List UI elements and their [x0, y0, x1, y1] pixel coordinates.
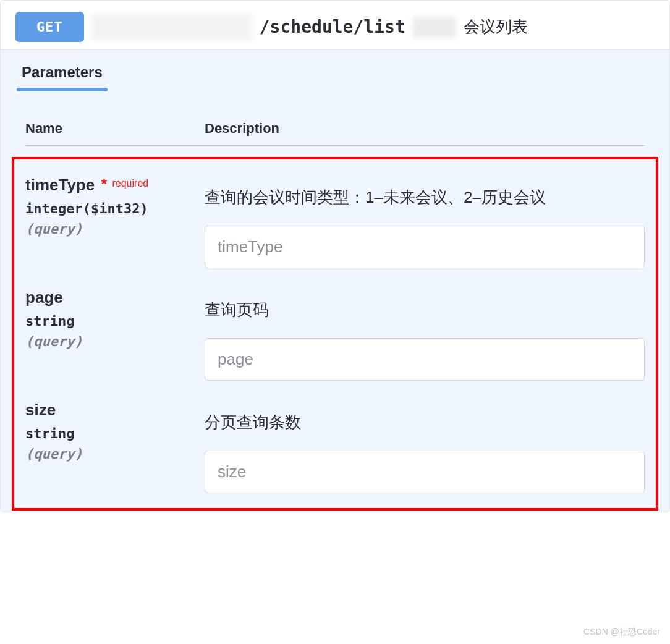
- param-in: (query): [25, 334, 205, 349]
- tab-row: Parameters: [1, 50, 669, 90]
- api-summary: 会议列表: [464, 16, 528, 38]
- param-in: (query): [25, 221, 205, 237]
- param-description: 查询页码: [205, 299, 645, 321]
- param-row: timeType * required integer($int32) (que…: [25, 172, 645, 284]
- param-type: integer($int32): [25, 201, 205, 216]
- param-description: 查询的会议时间类型：1–未来会议、2–历史会议: [205, 187, 645, 208]
- param-type: string: [25, 313, 205, 329]
- column-header-description: Description: [205, 121, 645, 137]
- tab-active-indicator: [17, 88, 108, 91]
- param-name-cell: page string (query): [25, 284, 205, 349]
- column-header-name: Name: [25, 121, 205, 137]
- api-panel: GET /schedule/list 会议列表 Parameters Name …: [0, 0, 670, 512]
- param-input-size[interactable]: [205, 451, 645, 493]
- params-table-head: Name Description: [25, 121, 645, 146]
- api-header[interactable]: GET /schedule/list 会议列表: [1, 1, 669, 49]
- tab-parameters-label: Parameters: [22, 64, 103, 80]
- api-path: /schedule/list: [260, 17, 405, 37]
- required-label: required: [112, 178, 148, 189]
- param-desc-cell: 查询页码: [205, 284, 645, 381]
- param-name-cell: timeType * required integer($int32) (que…: [25, 172, 205, 237]
- param-row: size string (query) 分页查询条数: [25, 397, 645, 493]
- required-star-icon: *: [101, 176, 107, 192]
- param-desc-cell: 分页查询条数: [205, 397, 645, 493]
- param-name: timeType: [25, 176, 95, 194]
- tab-parameters[interactable]: Parameters: [17, 50, 108, 90]
- param-name-cell: size string (query): [25, 397, 205, 462]
- param-desc-cell: 查询的会议时间类型：1–未来会议、2–历史会议: [205, 172, 645, 268]
- api-body: Parameters Name Description timeType * r…: [1, 49, 669, 512]
- http-method-badge: GET: [15, 12, 84, 42]
- param-in: (query): [25, 446, 205, 462]
- highlight-box: timeType * required integer($int32) (que…: [12, 157, 658, 511]
- param-name: size: [25, 400, 56, 419]
- redacted-host: [91, 14, 252, 41]
- params-table: Name Description: [14, 121, 656, 158]
- param-row: page string (query) 查询页码: [25, 284, 645, 397]
- param-input-timeType[interactable]: [205, 226, 645, 268]
- redacted-segment: [413, 17, 456, 38]
- param-description: 分页查询条数: [205, 412, 645, 433]
- param-type: string: [25, 426, 205, 441]
- param-name: page: [25, 288, 63, 307]
- param-input-page[interactable]: [205, 338, 645, 381]
